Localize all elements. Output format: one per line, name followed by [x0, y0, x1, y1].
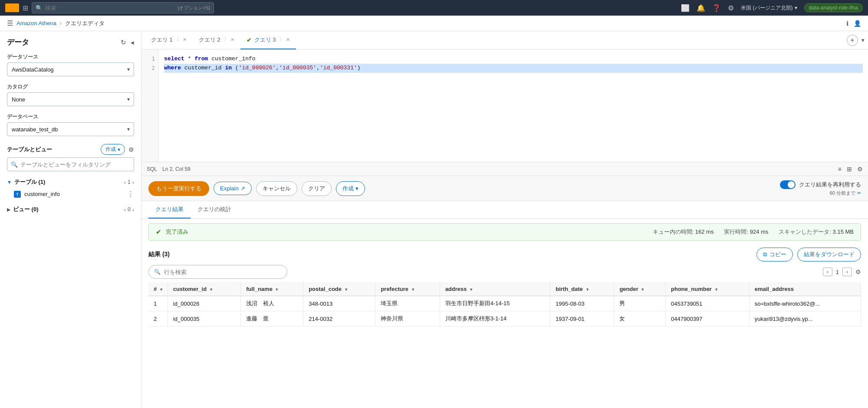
database-select[interactable]: watanabe_test_db: [7, 122, 134, 136]
reuse-toggle[interactable]: [780, 180, 796, 189]
datasource-select[interactable]: AwsDataCatalog: [7, 62, 134, 76]
scanned-data-value: 3.15 MB: [833, 228, 854, 235]
breadcrumb-bar: ☰ Amazon Athena › クエリエディタ ℹ 👤: [0, 16, 868, 31]
code-line-2: where customer_id in ('id_000026','id_00…: [164, 64, 863, 73]
reuse-label: クエリ結果を再利用する: [799, 181, 861, 189]
table-filter-bar[interactable]: 🔍: [7, 157, 134, 171]
hamburger-icon[interactable]: ☰: [7, 19, 13, 27]
breadcrumb-parent-link[interactable]: Amazon Athena: [16, 20, 56, 26]
table-filter-input[interactable]: [20, 161, 130, 168]
results-prev-page-button[interactable]: ‹: [823, 268, 832, 276]
user-settings-icon[interactable]: 👤: [854, 20, 861, 27]
tab-query-2-menu-icon[interactable]: ⋮: [223, 37, 228, 42]
col-email-address[interactable]: email_address: [749, 282, 861, 296]
results-next-page-button[interactable]: ›: [842, 268, 852, 276]
info-icon[interactable]: ℹ: [846, 20, 848, 27]
tab-query-3-menu-icon[interactable]: ⋮: [279, 37, 283, 42]
table-row: 1 id_000026 浅沼 裕人 348-0013 埼玉県 羽生市日野手新田4…: [148, 296, 861, 311]
clear-button[interactable]: クリア: [302, 181, 332, 196]
code-content[interactable]: select * from customer_infowhere custome…: [159, 49, 868, 162]
table-header-row: # ▾ customer_id ▾ full_name ▾ postal_cod…: [148, 282, 861, 296]
refresh-icon[interactable]: ↻: [121, 39, 126, 46]
col-full-name[interactable]: full_name ▾: [241, 282, 303, 296]
catalog-select[interactable]: None: [7, 92, 134, 106]
tab-query-1-menu-icon[interactable]: ⋮: [175, 37, 180, 42]
results-count: 結果 (3): [148, 251, 170, 258]
col-prefecture[interactable]: prefecture ▾: [375, 282, 440, 296]
scanned-data-metric: スキャンしたデータ: 3.15 MB: [779, 228, 854, 236]
col-phone-number[interactable]: phone_number ▾: [666, 282, 750, 296]
tables-section: ▼ テーブル (1) ‹ 1 › T customer_info ⋮: [0, 175, 141, 202]
format-icon[interactable]: ≡: [838, 166, 842, 173]
results-table-settings-icon[interactable]: ⚙: [855, 268, 861, 275]
views-prev-page-button[interactable]: ‹: [124, 206, 126, 213]
tab-query-1[interactable]: クエリ 1 ⋮ ✕: [145, 31, 193, 49]
tab-query-1-close-icon[interactable]: ✕: [183, 37, 187, 42]
help-icon[interactable]: ❓: [712, 4, 721, 12]
tab-query-results[interactable]: クエリ結果: [148, 201, 191, 219]
tab-query-stats[interactable]: クエリの統計: [191, 201, 238, 219]
explain-button[interactable]: Explain ↗: [214, 182, 252, 195]
reuse-edit-icon[interactable]: ✏: [857, 190, 861, 196]
cancel-button[interactable]: キャンセル: [256, 181, 297, 196]
views-next-page-button[interactable]: ›: [132, 206, 134, 213]
tab-query-1-label: クエリ 1: [151, 36, 173, 44]
external-link-icon[interactable]: ⬜: [681, 4, 690, 12]
settings-icon[interactable]: ⚙: [728, 4, 734, 12]
row-search-input[interactable]: [164, 269, 282, 275]
search-icon: 🔍: [36, 5, 43, 11]
global-search-input[interactable]: [45, 5, 175, 11]
main-layout: データ ↻ ◂ データソース AwsDataCatalog ▾ カタログ Non…: [0, 31, 868, 408]
views-section-header: ▶ ビュー (0) ‹ 0 ›: [0, 204, 141, 215]
editor-status-bar: SQL Ln 2, Col 59 ≡ ⊞ ⚙: [141, 162, 868, 176]
cell-phone-2: 0447900397: [666, 311, 750, 326]
scanned-data-label: スキャンしたデータ:: [779, 228, 831, 235]
tab-query-3-close-icon[interactable]: ✕: [286, 37, 290, 42]
col-postal-code[interactable]: postal_code ▾: [303, 282, 375, 296]
code-editor[interactable]: 1 2 select * from customer_infowhere cus…: [141, 49, 868, 162]
region-selector[interactable]: 米国 (バージニア北部) ▾: [741, 4, 797, 12]
tables-prev-page-button[interactable]: ‹: [124, 179, 126, 186]
results-search-row: 🔍 ‹ 1 › ⚙: [141, 265, 868, 282]
tab-query-3[interactable]: ✔ クエリ 3 ⋮ ✕: [240, 31, 296, 49]
tables-gear-icon[interactable]: ⚙: [128, 146, 134, 153]
table-context-menu-icon[interactable]: ⋮: [127, 190, 134, 198]
col-customer-id[interactable]: customer_id ▾: [168, 282, 240, 296]
tab-query-2-close-icon[interactable]: ✕: [230, 37, 234, 42]
top-navigation: aws ⊞ 🔍 [オプション+S] ⬜ 🔔 ❓ ⚙ 米国 (バージニア北部) ▾…: [0, 0, 868, 16]
cell-row-num-2: 2: [148, 311, 168, 326]
bell-icon[interactable]: 🔔: [697, 4, 705, 12]
views-expand-icon[interactable]: ▶: [7, 207, 10, 212]
editor-settings-icon[interactable]: ⚙: [857, 166, 863, 173]
table-item[interactable]: T customer_info ⋮: [0, 188, 141, 200]
code-line-1: select * from customer_info: [164, 55, 863, 64]
global-search-bar[interactable]: 🔍 [オプション+S]: [32, 2, 214, 13]
create-table-button[interactable]: 作成 ▾: [101, 144, 125, 155]
action-bar-right: クエリ結果を再利用する 60 分前まで ✏: [780, 180, 861, 196]
row-search-bar[interactable]: 🔍: [148, 265, 287, 279]
tables-expand-icon[interactable]: ▼: [7, 180, 12, 185]
svg-text:aws: aws: [7, 7, 14, 11]
tables-next-page-button[interactable]: ›: [132, 179, 134, 186]
collapse-icon[interactable]: ◂: [131, 39, 134, 46]
col-gender[interactable]: gender ▾: [614, 282, 666, 296]
tabs-overflow-chevron-icon[interactable]: ▾: [861, 37, 865, 43]
line-numbers: 1 2: [141, 49, 159, 162]
cell-email-2: yukari913@zdyvis.yp...: [749, 311, 861, 326]
user-badge[interactable]: data-analyst-role-Ifna: [804, 3, 863, 12]
tables-views-title: テーブルとビュー: [7, 146, 52, 153]
run-again-button[interactable]: もう一度実行する: [148, 181, 209, 196]
copy-results-button[interactable]: ⧉ コピー: [756, 248, 793, 261]
download-results-button[interactable]: 結果をダウンロード: [797, 248, 861, 261]
col-birth-date[interactable]: birth_date ▾: [550, 282, 614, 296]
tab-query-2[interactable]: クエリ 2 ⋮ ✕: [193, 31, 240, 49]
col-hash[interactable]: # ▾: [148, 282, 168, 296]
datasource-label: データソース: [0, 51, 141, 62]
col-address[interactable]: address ▾: [440, 282, 550, 296]
nav-right: ⬜ 🔔 ❓ ⚙ 米国 (バージニア北部) ▾ data-analyst-role…: [681, 3, 863, 12]
create-action-button[interactable]: 作成 ▾: [336, 181, 365, 196]
grid-icon[interactable]: ⊞: [23, 4, 28, 12]
grid-view-icon[interactable]: ⊞: [847, 166, 852, 173]
copy-label: コピー: [769, 251, 786, 258]
add-tab-button[interactable]: +: [847, 35, 858, 46]
